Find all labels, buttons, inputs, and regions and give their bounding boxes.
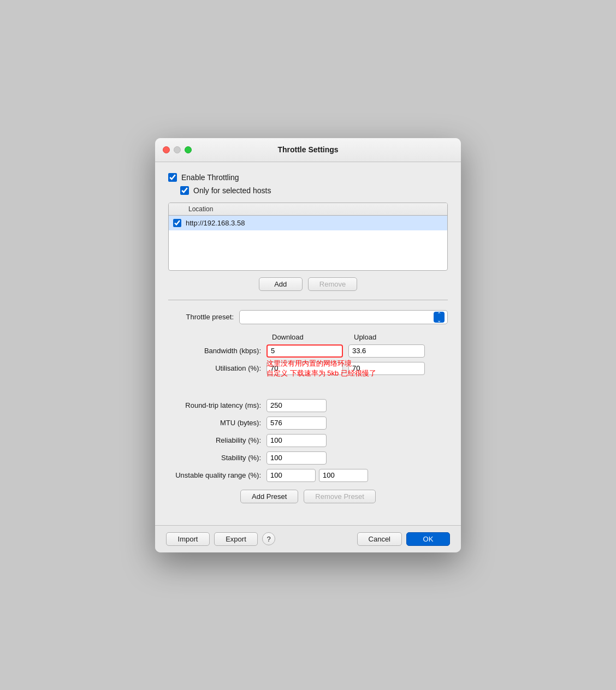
utilisation-download-input[interactable] — [266, 362, 343, 375]
only-selected-hosts-label: Only for selected hosts — [193, 186, 271, 195]
host-checkbox[interactable] — [173, 219, 181, 227]
stability-row: Stability (%): — [168, 451, 448, 465]
titlebar: Throttle Settings — [155, 138, 461, 162]
latency-input[interactable] — [266, 399, 327, 412]
preset-row: Throttle preset: ⌃⌄ — [168, 310, 448, 324]
traffic-lights — [163, 146, 192, 153]
annotation-spacer — [168, 379, 448, 399]
add-host-button[interactable]: Add — [259, 277, 303, 291]
preset-label: Throttle preset: — [168, 313, 234, 321]
window-title: Throttle Settings — [277, 145, 338, 154]
enable-throttling-label: Enable Throttling — [181, 173, 239, 182]
unstable-quality-max-input[interactable] — [319, 469, 368, 482]
main-content: Enable Throttling Only for selected host… — [155, 162, 461, 525]
upload-header: Upload — [348, 333, 430, 341]
unstable-quality-label: Unstable quality range (%): — [168, 471, 266, 479]
empty-rows — [169, 230, 447, 269]
minimize-button[interactable] — [174, 146, 181, 153]
bandwidth-label: Bandwidth (kbps): — [168, 347, 266, 355]
location-column-header: Location — [188, 205, 213, 213]
hosts-table-body: http://192.168.3.58 — [169, 216, 447, 270]
unstable-quality-min-input[interactable] — [266, 469, 316, 482]
host-row: http://192.168.3.58 — [169, 216, 447, 230]
remove-preset-button[interactable]: Remove Preset — [304, 490, 376, 503]
stability-label: Stability (%): — [168, 454, 266, 462]
download-header: Download — [266, 333, 348, 341]
stability-input[interactable] — [266, 451, 327, 465]
hosts-table: Location http://192.168.3.58 — [168, 203, 448, 271]
reliability-input[interactable] — [266, 434, 327, 447]
add-preset-button[interactable]: Add Preset — [240, 490, 298, 503]
close-button[interactable] — [163, 146, 170, 153]
import-button[interactable]: Import — [166, 532, 210, 546]
bandwidth-row: Bandwidth (kbps): 这里没有用内置的网络环境 自定义 下载速率为… — [168, 344, 448, 358]
host-url: http://192.168.3.58 — [186, 219, 245, 227]
bandwidth-download-input[interactable] — [266, 344, 343, 358]
latency-label: Round-trip latency (ms): — [168, 401, 266, 409]
remove-host-button[interactable]: Remove — [308, 277, 357, 291]
only-selected-hosts-checkbox[interactable] — [180, 186, 189, 195]
preset-select-container: ⌃⌄ — [239, 310, 448, 324]
only-selected-hosts-row: Only for selected hosts — [180, 186, 448, 195]
reliability-label: Reliability (%): — [168, 436, 266, 444]
enable-throttling-row: Enable Throttling — [168, 173, 448, 182]
footer: Import Export ? Cancel OK — [155, 525, 461, 552]
host-buttons-row: Add Remove — [168, 277, 448, 291]
export-button[interactable]: Export — [214, 532, 258, 546]
hosts-table-header: Location — [169, 203, 447, 216]
ok-button[interactable]: OK — [406, 532, 450, 546]
bandwidth-upload-input[interactable] — [348, 344, 425, 358]
latency-row: Round-trip latency (ms): — [168, 399, 448, 412]
help-button[interactable]: ? — [262, 532, 275, 545]
footer-left: Import Export ? — [166, 532, 275, 546]
cancel-button[interactable]: Cancel — [357, 532, 402, 546]
preset-select[interactable] — [239, 310, 448, 324]
preset-buttons-row: Add Preset Remove Preset — [168, 490, 448, 503]
mtu-input[interactable] — [266, 417, 327, 430]
mtu-label: MTU (bytes): — [168, 419, 266, 427]
footer-right: Cancel OK — [357, 532, 450, 546]
reliability-row: Reliability (%): — [168, 434, 448, 447]
utilisation-upload-input[interactable] — [348, 362, 425, 375]
maximize-button[interactable] — [185, 146, 192, 153]
utilisation-row: Utilisation (%): — [168, 362, 448, 375]
section-divider — [168, 300, 448, 300]
throttle-settings-window: Throttle Settings Enable Throttling Only… — [155, 138, 461, 552]
mtu-row: MTU (bytes): — [168, 417, 448, 430]
enable-throttling-checkbox[interactable] — [168, 173, 177, 182]
metrics-header-row: Download Upload — [168, 333, 448, 341]
utilisation-label: Utilisation (%): — [168, 364, 266, 372]
unstable-quality-row: Unstable quality range (%): — [168, 469, 448, 482]
